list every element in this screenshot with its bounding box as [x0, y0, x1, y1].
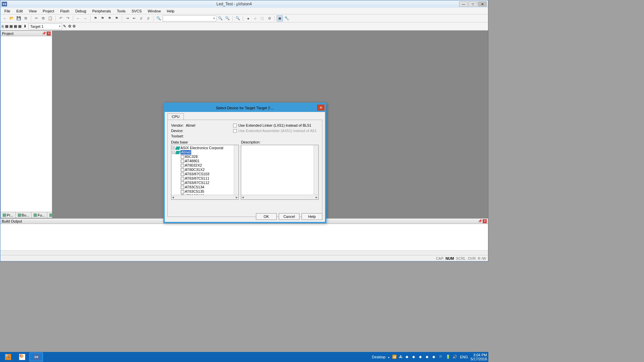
action-center-icon[interactable]: ⚐ — [439, 355, 444, 359]
dialog-close-button[interactable]: ✕ — [317, 105, 324, 111]
tree-device[interactable]: AT80C31X2 — [185, 168, 205, 172]
pin-icon[interactable]: 📌 — [42, 32, 46, 35]
build-icon[interactable]: ▦ — [5, 24, 8, 28]
window-layout-icon[interactable]: ▣ — [277, 15, 283, 21]
taskbar-lang[interactable]: ENG — [460, 355, 468, 359]
tab-functions[interactable]: Fu... — [32, 212, 47, 218]
find-combo[interactable]: ▾ — [163, 15, 216, 21]
scrollbar-horizontal[interactable]: ◂▸ — [241, 195, 318, 199]
breakpoint-disable-icon[interactable]: ◌ — [259, 15, 265, 21]
find-icon[interactable]: 🔍 — [156, 15, 162, 21]
tree-device[interactable]: AT83/87C5111 — [185, 176, 209, 181]
target-combo[interactable]: Target 1 ▾ — [29, 23, 62, 29]
tree-device[interactable]: AT83C5134 — [185, 185, 204, 189]
cancel-button[interactable]: Cancel — [279, 213, 300, 220]
menu-file[interactable]: File — [2, 8, 13, 14]
uncomment-icon[interactable]: // — [145, 15, 151, 21]
tab-project[interactable]: Pr... — [1, 212, 16, 218]
tab-cpu[interactable]: CPU — [167, 113, 184, 120]
pane-close-icon[interactable]: ✕ — [483, 219, 487, 223]
nav-fwd-icon[interactable]: → — [82, 15, 88, 21]
tree-device[interactable]: AT83/87C5103 — [185, 172, 209, 176]
tray-icon[interactable]: ◆ — [406, 355, 410, 359]
scrollbar-horizontal[interactable] — [0, 250, 488, 255]
tree-device[interactable]: AT83/87C5112 — [185, 181, 209, 185]
new-file-icon[interactable]: ▫ — [2, 15, 8, 21]
wifi-icon[interactable]: 📶 — [392, 355, 397, 359]
expand-icon[interactable]: + — [172, 146, 175, 149]
incremental-find-icon[interactable]: 🔍 — [224, 15, 230, 21]
open-file-icon[interactable]: 📂 — [9, 15, 15, 21]
tray-icon[interactable]: ◆ — [432, 355, 437, 359]
tree-device[interactable]: 80C32E — [185, 155, 198, 159]
breakpoint-enable-icon[interactable]: ○ — [252, 15, 258, 21]
menu-debug[interactable]: Debug — [73, 8, 89, 14]
copy-icon[interactable]: ⧉ — [40, 15, 46, 21]
taskbar-app-uvision[interactable]: V4 — [30, 353, 43, 361]
build-output-text[interactable] — [0, 224, 488, 250]
outdent-icon[interactable]: ⇤ — [131, 15, 137, 21]
device-tree[interactable]: +ASIX Electronics Corporat −Atmel 80C32E… — [171, 145, 239, 200]
bookmark-next-icon[interactable]: ⚑ — [107, 15, 113, 21]
manage-icon[interactable]: ⚙ — [68, 24, 71, 28]
menu-flash[interactable]: Flash — [58, 8, 72, 14]
paste-icon[interactable]: 📋 — [47, 15, 53, 21]
find-in-files-icon[interactable]: 🔍 — [217, 15, 223, 21]
taskbar-app-1[interactable]: 🔍 — [1, 353, 15, 361]
redo-icon[interactable]: ↷ — [65, 15, 71, 21]
ok-button[interactable]: OK — [256, 213, 277, 220]
minimize-button[interactable]: — — [459, 1, 468, 7]
tray-icon[interactable]: ◆ — [426, 355, 430, 359]
menu-help[interactable]: Help — [164, 8, 177, 14]
scrollbar-horizontal[interactable]: ◂▸ — [171, 195, 238, 199]
pin-icon[interactable]: 📌 — [478, 219, 482, 223]
menu-peripherals[interactable]: Peripherals — [90, 8, 114, 14]
comment-icon[interactable]: // — [138, 15, 144, 21]
breakpoint-kill-icon[interactable]: ⊘ — [266, 15, 272, 21]
maximize-button[interactable]: □ — [469, 1, 477, 7]
debug-icon[interactable]: 🔍 — [235, 15, 241, 21]
scrollbar-vertical[interactable] — [234, 145, 238, 195]
tree-device[interactable]: AT83C5135 — [185, 189, 204, 194]
target-options-icon[interactable]: ✎ — [63, 24, 66, 28]
tray-icon[interactable]: ◆ — [419, 355, 424, 359]
bookmark-icon[interactable]: ⚑ — [93, 15, 99, 21]
menu-project[interactable]: Project — [40, 8, 57, 14]
taskbar-clock[interactable]: 3:04 PM 5/17/2016 — [471, 353, 487, 361]
dialog-title-bar[interactable]: Select Device for Target 'Target 1'... ✕ — [165, 104, 325, 112]
pane-close-icon[interactable]: ✕ — [47, 32, 51, 36]
menu-window[interactable]: Window — [145, 8, 163, 14]
battery-icon[interactable]: 🔋 — [446, 355, 450, 359]
save-icon[interactable]: 💾 — [16, 15, 22, 21]
extended-linker-row[interactable]: Use Extended Linker (LX51) instead of BL… — [233, 123, 317, 127]
menu-edit[interactable]: Edit — [14, 8, 25, 14]
batch-build-icon[interactable]: ▦ — [14, 24, 17, 28]
collapse-icon[interactable]: − — [172, 151, 175, 154]
scrollbar-vertical[interactable] — [314, 145, 318, 195]
checkbox-icon[interactable] — [233, 124, 237, 127]
tree-vendor-atmel[interactable]: Atmel — [180, 150, 191, 155]
taskbar-app-2[interactable]: 🎨 — [15, 353, 29, 361]
tree-device[interactable]: AT48801 — [185, 159, 200, 163]
stop-build-icon[interactable]: ▦ — [18, 24, 21, 28]
project-tree[interactable] — [1, 36, 52, 212]
rebuild-icon[interactable]: ▦ — [9, 24, 13, 28]
bookmark-clear-icon[interactable]: ⚑ — [114, 15, 120, 21]
cut-icon[interactable]: ✂ — [33, 15, 39, 21]
tray-icon[interactable]: ◆ — [412, 355, 417, 359]
menu-tools[interactable]: Tools — [114, 8, 128, 14]
menu-view[interactable]: View — [26, 8, 40, 14]
indent-icon[interactable]: ⇥ — [124, 15, 130, 21]
volume-icon[interactable]: 🔊 — [452, 355, 457, 359]
nav-back-icon[interactable]: ← — [75, 15, 81, 21]
taskbar-desktop[interactable]: Desktop — [372, 355, 385, 359]
tree-vendor-asix[interactable]: ASIX Electronics Corporat — [180, 146, 223, 150]
menu-svcs[interactable]: SVCS — [129, 8, 144, 14]
help-button[interactable]: Help — [302, 213, 322, 220]
bookmark-prev-icon[interactable]: ⚑ — [100, 15, 106, 21]
manage2-icon[interactable]: ⚙ — [72, 24, 76, 28]
configure-icon[interactable]: 🔧 — [284, 15, 290, 21]
close-button[interactable]: ✕ — [478, 1, 487, 7]
tab-books[interactable]: Bo... — [16, 212, 32, 218]
network-icon[interactable]: 🖧 — [399, 355, 404, 359]
